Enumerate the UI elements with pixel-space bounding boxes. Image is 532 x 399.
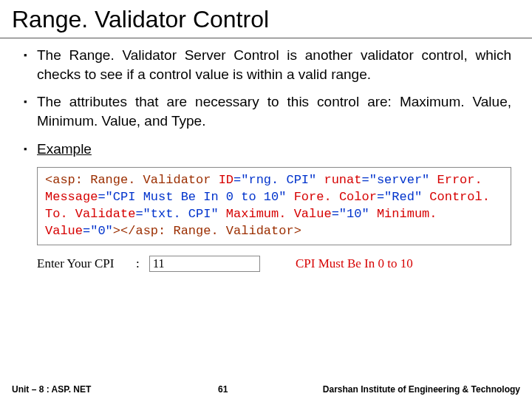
code-attr-forecolor: Fore. Color: [294, 190, 377, 204]
demo-row: Enter Your CPI : CPI Must Be In 0 to 10: [37, 256, 511, 272]
footer-unit: Unit – 8 : ASP. NET: [12, 384, 91, 395]
code-val-forecolor: ="Red": [377, 190, 422, 204]
slide-title: Range. Validator Control: [0, 0, 532, 38]
bullet-marker: ▪: [24, 46, 37, 64]
code-val-max: ="10": [332, 207, 369, 221]
bullet-3: ▪ Example: [24, 140, 511, 159]
code-attr-runat: runat: [324, 173, 361, 187]
bullet-text: The Range. Validator Server Control is a…: [37, 46, 511, 83]
slide-footer: Unit – 8 : ASP. NET 61 Darshan Institute…: [0, 384, 532, 395]
title-divider: [0, 38, 532, 38]
bullet-text: The attributes that are necessary to thi…: [37, 92, 511, 130]
example-label: Example: [37, 140, 511, 159]
code-val-error: ="CPI Must Be In 0 to 10": [98, 190, 286, 204]
bullet-marker: ▪: [24, 92, 37, 111]
bullet-1: ▪ The Range. Validator Server Control is…: [24, 46, 511, 83]
code-attr-id: ID: [219, 173, 233, 187]
code-val-id: ="rng. CPI": [233, 173, 316, 187]
code-tag-close: ></asp: Range. Validator>: [113, 224, 301, 238]
bullet-marker: ▪: [24, 140, 37, 158]
bullet-2: ▪ The attributes that are necessary to t…: [24, 92, 511, 130]
demo-colon: :: [136, 256, 143, 271]
code-val-runat: ="server": [361, 173, 429, 187]
code-val-controltovalidate: ="txt. CPI": [135, 207, 218, 221]
footer-page-number: 61: [188, 384, 344, 395]
code-tag-open: <asp: Range. Validator: [45, 173, 219, 187]
cpi-input[interactable]: [149, 256, 260, 272]
footer-institute: Darshan Institute of Engineering & Techn…: [323, 384, 520, 395]
content-area: ▪ The Range. Validator Server Control is…: [0, 46, 532, 272]
code-attr-max: Maximum. Value: [226, 207, 332, 221]
code-val-min: ="0": [83, 224, 113, 238]
code-example-box: <asp: Range. Validator ID="rng. CPI" run…: [37, 167, 511, 245]
validation-error-text: CPI Must Be In 0 to 10: [296, 256, 413, 271]
demo-input-label: Enter Your CPI: [37, 256, 130, 271]
